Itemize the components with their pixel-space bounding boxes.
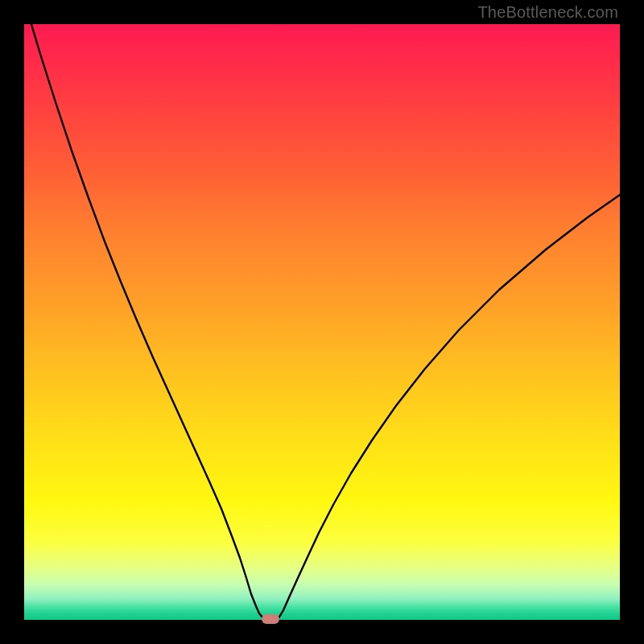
valley-marker [262, 614, 279, 624]
watermark-text: TheBottleneck.com [477, 3, 618, 22]
curve-right-branch [279, 195, 620, 618]
curve-left-branch [24, 24, 263, 618]
curve-svg [24, 24, 620, 620]
chart-frame: TheBottleneck.com [0, 0, 644, 644]
plot-area [24, 24, 620, 620]
